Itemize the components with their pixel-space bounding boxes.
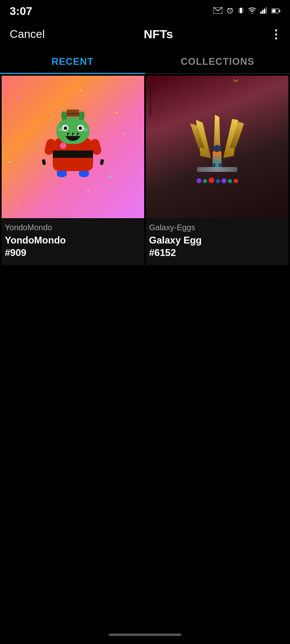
nft-info-yondomondo: YondoMondo YondoMondo #909 [2,218,144,265]
svg-line-5 [232,8,232,9]
nft-name: YondoMondo #909 [5,234,141,259]
nft-info-galaxy-eggs: Galaxy-Eggs Galaxy Egg #6152 [146,218,288,265]
svg-rect-17 [262,10,264,14]
gmail-icon [213,7,222,16]
cancel-button[interactable]: Cancel [10,26,45,42]
svg-rect-6 [240,8,242,13]
nft-card-galaxy-eggs[interactable]: Galaxy-Eggs Galaxy Egg #6152 [146,76,288,265]
battery-icon [271,7,280,16]
home-indicator [109,634,181,636]
nft-image-galaxy-eggs [146,76,288,218]
tab-recent[interactable]: RECENT [0,50,145,73]
nft-card-yondomondo[interactable]: YondoMondo YondoMondo #909 [2,76,144,265]
more-dot [275,33,277,35]
svg-rect-21 [279,10,280,12]
svg-line-3 [230,10,231,11]
more-dot [275,37,277,39]
svg-rect-16 [260,11,262,13]
tab-collections[interactable]: COLLECTIONS [145,50,290,73]
nft-name: Galaxy Egg #6152 [149,234,285,259]
signal-icon [260,7,267,16]
status-bar: 3:07 [0,0,290,21]
svg-rect-22 [272,9,276,12]
alarm-icon [226,7,234,16]
header: Cancel NFTs [0,21,290,50]
status-icons [213,7,280,16]
wifi-icon [248,7,256,16]
more-options-button[interactable] [272,28,280,41]
svg-point-15 [252,12,253,14]
more-dot [275,29,277,31]
svg-rect-18 [264,8,265,13]
nft-collection-name: YondoMondo [5,223,141,232]
nft-grid: YondoMondo YondoMondo #909 [0,74,290,267]
page-title: NFTs [144,27,173,41]
nft-collection-name: Galaxy-Eggs [149,223,285,232]
svg-line-4 [228,8,228,9]
svg-rect-19 [265,7,267,14]
nft-image-yondomondo [2,76,144,218]
vibrate-icon [238,7,244,16]
status-time: 3:07 [10,5,32,18]
tab-bar: RECENT COLLECTIONS [0,50,290,74]
